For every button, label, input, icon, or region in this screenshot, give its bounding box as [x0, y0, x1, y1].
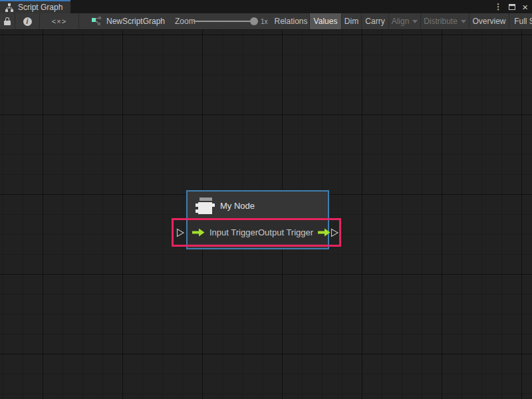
my-node[interactable]: My Node Input Trigger Output Trigger [186, 190, 329, 249]
script-graph-window: Script Graph ⋮ × i <×> NewScr [0, 0, 532, 399]
node-title: My Node [220, 201, 255, 211]
output-trigger-arrow-icon [318, 228, 331, 237]
dropdown-caret-icon [412, 20, 418, 23]
maximize-icon[interactable] [509, 4, 515, 10]
code-icon: <×> [52, 17, 66, 25]
output-trigger-port[interactable]: Output Trigger [258, 227, 331, 237]
zoom-slider-track[interactable] [194, 21, 258, 22]
dim-button[interactable]: Dim [342, 13, 362, 29]
zoom-slider-handle[interactable] [250, 17, 258, 25]
carry-button[interactable]: Carry [362, 13, 389, 29]
graph-breadcrumb[interactable]: NewScriptGraph [79, 13, 165, 29]
output-connection-point-icon[interactable] [331, 228, 339, 237]
node-header[interactable]: My Node [188, 192, 328, 219]
dropdown-caret-icon [461, 20, 466, 23]
full-screen-button[interactable]: Full S [509, 13, 532, 29]
window-controls: ⋮ × [494, 0, 528, 13]
info-icon: i [23, 17, 32, 26]
distribute-dropdown[interactable]: Distribute [421, 13, 469, 29]
zoom-value: 1x [261, 13, 268, 29]
input-trigger-arrow-icon [192, 228, 205, 237]
zoom-label: Zoom [175, 13, 196, 29]
tab-title: Script Graph [18, 3, 63, 12]
close-icon[interactable]: × [522, 2, 528, 12]
tab-bar: Script Graph ⋮ × [0, 0, 532, 13]
inspect-button[interactable]: i [15, 13, 40, 29]
tab-script-graph[interactable]: Script Graph [0, 0, 70, 13]
overview-button[interactable]: Overview [469, 13, 509, 29]
graph-tree-icon [5, 3, 14, 12]
lock-button[interactable] [0, 13, 15, 29]
zoom-slider[interactable] [194, 13, 258, 29]
align-dropdown[interactable]: Align [389, 13, 421, 29]
values-button[interactable]: Values [310, 13, 342, 29]
toolbar-buttons: Relations Values Dim Carry Align Distrib… [273, 13, 532, 29]
input-connection-point-icon[interactable] [176, 228, 185, 237]
lock-icon [4, 17, 11, 25]
input-trigger-port[interactable]: Input Trigger [192, 227, 258, 237]
node-ports-row: Input Trigger Output Trigger [188, 219, 328, 244]
graph-toolbar: i <×> NewScriptGraph Zoom 1x Relations [0, 13, 532, 30]
unit-node-icon [194, 196, 213, 215]
script-graph-asset-icon [92, 17, 102, 27]
relations-button[interactable]: Relations [273, 13, 310, 29]
window-menu-icon[interactable]: ⋮ [494, 3, 502, 11]
edit-source-button[interactable]: <×> [40, 13, 79, 29]
graph-name: NewScriptGraph [106, 17, 165, 26]
